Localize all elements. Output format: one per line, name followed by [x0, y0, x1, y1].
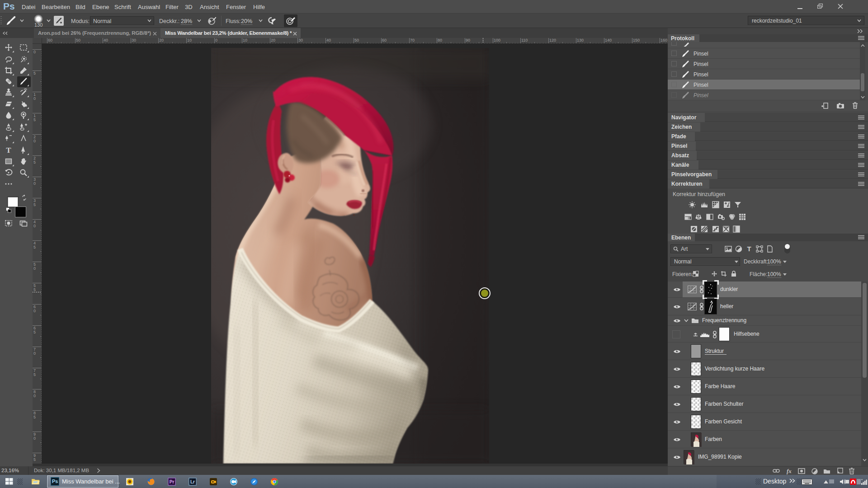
svg-text:*: * — [861, 478, 863, 482]
svg-text:Lr: Lr — [190, 479, 195, 484]
svg-text:fx: fx — [787, 468, 792, 474]
svg-text:Pr: Pr — [170, 479, 175, 484]
svg-text:T: T — [747, 245, 751, 253]
svg-text:T: T — [6, 146, 11, 154]
